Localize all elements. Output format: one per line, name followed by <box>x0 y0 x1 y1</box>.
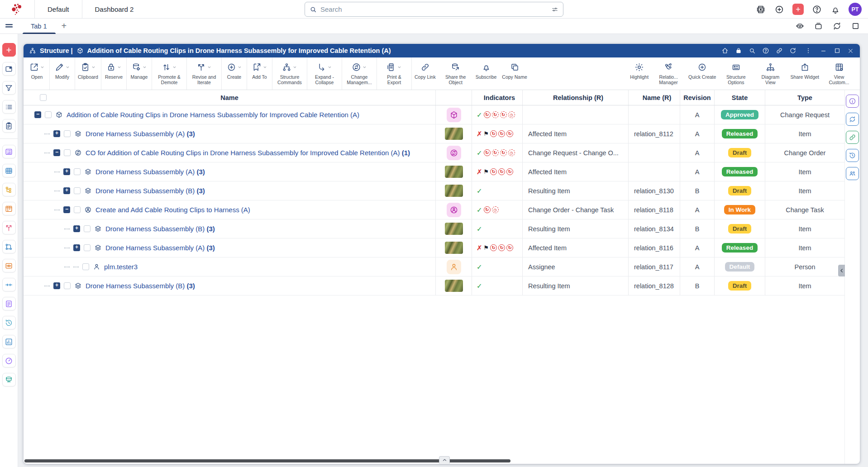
reports-icon[interactable] <box>2 335 16 348</box>
expand-toggle[interactable]: + <box>63 187 70 194</box>
minimize-icon[interactable] <box>820 47 827 55</box>
toolbar-structure-commands-button[interactable]: Structure Commands <box>272 57 307 90</box>
windows-icon[interactable] <box>2 62 16 76</box>
search-icon[interactable] <box>748 47 756 55</box>
item-link[interactable]: Drone Harness Subassembly (B) (3) <box>86 282 195 290</box>
table-row[interactable]: +Drone Harness Subassembly (B) (3)✓Resul… <box>24 219 844 238</box>
notes-icon[interactable] <box>2 297 16 310</box>
header-indicators[interactable]: Indicators <box>472 90 522 105</box>
help-icon[interactable] <box>811 4 822 15</box>
lock-icon[interactable] <box>734 47 742 55</box>
collapse-panel-handle[interactable] <box>838 265 845 276</box>
table-row[interactable]: +Drone Harness Subassembly (B) (3)✓Resul… <box>24 276 844 295</box>
table-row[interactable]: +Drone Harness Subassembly (A) (3)✗⚑↻↻↻A… <box>24 162 844 181</box>
row-checkbox[interactable] <box>84 244 91 251</box>
expand-toggle[interactable]: + <box>73 244 80 251</box>
expand-toggle[interactable]: − <box>63 206 70 213</box>
item-link[interactable]: Drone Harness Subassembly (B) (3) <box>95 187 205 195</box>
refresh-icon[interactable] <box>789 47 796 55</box>
row-checkbox[interactable] <box>64 130 71 137</box>
versions-icon[interactable] <box>2 221 16 234</box>
table-view-icon[interactable] <box>2 164 16 177</box>
expand-toggle[interactable]: − <box>53 149 60 156</box>
expand-toggle[interactable]: − <box>34 111 41 118</box>
row-checkbox[interactable] <box>82 263 89 270</box>
dashboard-switcher[interactable]: Dashboard 2 <box>82 0 147 19</box>
link-icon[interactable] <box>775 47 783 55</box>
item-link[interactable]: Drone Harness Subassembly (A) (3) <box>86 130 195 138</box>
quick-add-icon[interactable] <box>792 4 804 15</box>
toolbar-expand-collapse-button[interactable]: Expand - Collapse <box>307 57 342 90</box>
row-checkbox[interactable] <box>74 187 81 194</box>
header-name[interactable]: Name <box>24 90 435 105</box>
row-checkbox[interactable] <box>64 149 71 156</box>
more-icon[interactable] <box>804 47 812 55</box>
item-link[interactable]: CO for Addition of Cable Routing Clips i… <box>86 149 410 157</box>
history-panel-icon[interactable] <box>846 149 859 162</box>
toolbar-diagram-view-button[interactable]: Diagram View <box>753 57 787 90</box>
search-filters-icon[interactable] <box>551 6 558 13</box>
row-checkbox[interactable] <box>64 282 71 289</box>
add-circle-icon[interactable] <box>774 4 785 15</box>
maximize-icon[interactable] <box>833 47 841 55</box>
table-row[interactable]: +Drone Harness Subassembly (A) (3)✗⚑↻↻↻A… <box>24 238 844 257</box>
table-row[interactable]: +Drone Harness Subassembly (A) (3)✗⚑↻↻↻A… <box>24 124 844 143</box>
home-icon[interactable] <box>721 47 729 55</box>
toolbar-open-button[interactable]: Open <box>24 57 50 90</box>
kanban-view-icon[interactable] <box>2 202 16 215</box>
toolbar-relationship-manager-button[interactable]: Relatio... Manager <box>651 57 686 90</box>
toolbar-print-export-button[interactable]: Print & Export <box>377 57 412 90</box>
toolbar-share-widget-button[interactable]: Share Widget <box>787 57 822 90</box>
header-type[interactable]: Type <box>765 90 844 105</box>
export-grid-icon[interactable] <box>755 4 766 15</box>
filter-icon[interactable] <box>2 81 16 95</box>
list-view-icon[interactable] <box>2 100 16 114</box>
table-row[interactable]: plm.tester3✓Assigneerelation_8117ADefaul… <box>24 257 844 276</box>
toolbar-share-object-button[interactable]: Share the Object <box>439 57 473 90</box>
item-link[interactable]: Drone Harness Subassembly (A) (3) <box>95 168 205 176</box>
item-link[interactable]: Drone Harness Subassembly (B) (3) <box>105 225 215 233</box>
table-row[interactable]: +Drone Harness Subassembly (B) (3)✓Resul… <box>24 181 844 200</box>
toolbar-promote-demote-button[interactable]: Promote & Demote <box>152 57 187 90</box>
row-checkbox[interactable] <box>45 111 52 118</box>
workflow-view-icon[interactable] <box>2 240 16 253</box>
horizontal-scrollbar[interactable] <box>24 459 510 462</box>
toolbar-reserve-button[interactable]: Reserve <box>101 57 127 90</box>
add-new-icon[interactable] <box>2 43 16 57</box>
refresh-icon[interactable] <box>832 21 842 31</box>
toolbar-view-customization-button[interactable]: View Custom... <box>822 57 856 90</box>
maximize-view-icon[interactable] <box>851 21 861 31</box>
select-all-checkbox[interactable] <box>40 94 47 101</box>
row-checkbox[interactable] <box>74 168 81 175</box>
links-panel-icon[interactable] <box>846 131 859 144</box>
item-link[interactable]: Create and Add Cable Routing Clips to Ha… <box>95 206 250 214</box>
info-panel-icon[interactable] <box>846 95 859 108</box>
toolbar-copy-name-button[interactable]: Copy Name <box>499 57 529 90</box>
toolbar-structure-options-button[interactable]: Structure Options <box>719 57 753 90</box>
table-row[interactable]: −Addition of Cable Routing Clips in Dron… <box>24 105 844 124</box>
toolbar-quick-create-button[interactable]: Quick Create <box>686 57 719 90</box>
search-input[interactable] <box>320 5 548 13</box>
workspace-switcher[interactable]: Default <box>35 0 82 19</box>
clipboard-icon[interactable] <box>2 119 16 133</box>
data-explorer-icon[interactable] <box>2 373 16 386</box>
metrics-icon[interactable] <box>2 354 16 367</box>
close-icon[interactable] <box>847 47 854 55</box>
assistant-icon[interactable] <box>795 21 805 31</box>
toolbar-manage-button[interactable]: Manage <box>127 57 152 90</box>
form-view-icon[interactable] <box>2 145 16 158</box>
expand-toggle[interactable]: + <box>63 168 70 175</box>
scroll-top-tab[interactable] <box>439 456 450 463</box>
expand-toggle[interactable]: + <box>53 130 60 137</box>
item-link[interactable]: Drone Harness Subassembly (A) (3) <box>105 244 215 252</box>
header-relationship[interactable]: Relationship (R) <box>522 90 628 105</box>
team-panel-icon[interactable] <box>846 167 859 180</box>
toolbar-subscribe-button[interactable]: Subscribe <box>473 57 500 90</box>
toolbar-add-to-button[interactable]: Add To <box>247 57 272 90</box>
row-checkbox[interactable] <box>84 225 91 232</box>
hierarchy-view-icon[interactable] <box>2 183 16 196</box>
tab-tab1[interactable]: Tab 1 <box>25 19 58 34</box>
toolbar-copy-link-button[interactable]: Copy Link <box>412 57 439 90</box>
add-tab-button[interactable]: + <box>58 21 69 31</box>
row-checkbox[interactable] <box>74 206 81 213</box>
